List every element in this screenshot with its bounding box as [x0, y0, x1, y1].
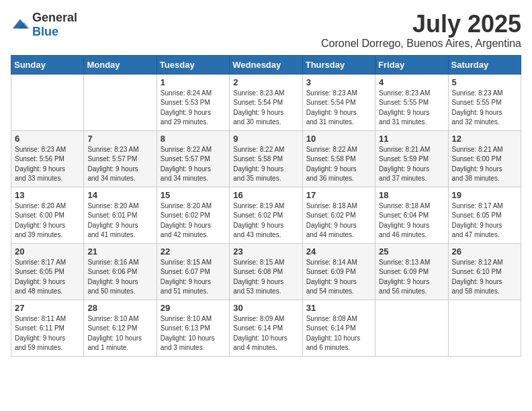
logo: General Blue	[11, 11, 77, 39]
day-info: Sunrise: 8:17 AM Sunset: 6:05 PM Dayligh…	[15, 258, 80, 297]
day-number: 31	[306, 303, 371, 313]
day-number: 2	[233, 77, 298, 87]
col-header-sunday: Sunday	[11, 55, 84, 74]
day-info: Sunrise: 8:10 AM Sunset: 6:12 PM Dayligh…	[87, 314, 152, 353]
col-header-saturday: Saturday	[448, 55, 521, 74]
day-info: Sunrise: 8:11 AM Sunset: 6:11 PM Dayligh…	[15, 314, 80, 353]
day-info: Sunrise: 8:23 AM Sunset: 5:56 PM Dayligh…	[15, 145, 80, 184]
calendar-cell: 7Sunrise: 8:23 AM Sunset: 5:57 PM Daylig…	[84, 130, 157, 187]
day-info: Sunrise: 8:22 AM Sunset: 5:57 PM Dayligh…	[161, 145, 226, 184]
day-number: 27	[15, 303, 80, 313]
day-info: Sunrise: 8:19 AM Sunset: 6:02 PM Dayligh…	[233, 201, 298, 240]
day-number: 8	[161, 134, 226, 144]
day-info: Sunrise: 8:21 AM Sunset: 5:59 PM Dayligh…	[379, 145, 444, 184]
calendar-cell: 27Sunrise: 8:11 AM Sunset: 6:11 PM Dayli…	[11, 300, 84, 356]
calendar-cell: 14Sunrise: 8:20 AM Sunset: 6:01 PM Dayli…	[84, 187, 157, 243]
day-number: 12	[452, 134, 517, 144]
calendar-cell: 13Sunrise: 8:20 AM Sunset: 6:00 PM Dayli…	[11, 187, 84, 243]
calendar-cell: 31Sunrise: 8:08 AM Sunset: 6:14 PM Dayli…	[302, 300, 375, 356]
page-header: General Blue July 2025 Coronel Dorrego, …	[11, 11, 521, 50]
day-info: Sunrise: 8:18 AM Sunset: 6:04 PM Dayligh…	[379, 201, 444, 240]
day-info: Sunrise: 8:23 AM Sunset: 5:54 PM Dayligh…	[306, 89, 371, 128]
calendar-cell: 17Sunrise: 8:18 AM Sunset: 6:02 PM Dayli…	[302, 187, 375, 243]
day-number: 9	[233, 134, 298, 144]
calendar-cell	[448, 300, 521, 356]
calendar-cell: 21Sunrise: 8:16 AM Sunset: 6:06 PM Dayli…	[84, 243, 157, 300]
day-info: Sunrise: 8:13 AM Sunset: 6:09 PM Dayligh…	[379, 258, 444, 297]
calendar-cell: 28Sunrise: 8:10 AM Sunset: 6:12 PM Dayli…	[84, 300, 157, 356]
logo-text: General Blue	[32, 11, 77, 39]
calendar-week-row-5: 27Sunrise: 8:11 AM Sunset: 6:11 PM Dayli…	[11, 300, 521, 356]
day-info: Sunrise: 8:18 AM Sunset: 6:02 PM Dayligh…	[306, 201, 371, 240]
calendar-cell: 11Sunrise: 8:21 AM Sunset: 5:59 PM Dayli…	[375, 130, 448, 187]
calendar-cell: 15Sunrise: 8:20 AM Sunset: 6:02 PM Dayli…	[157, 187, 229, 243]
calendar-cell: 16Sunrise: 8:19 AM Sunset: 6:02 PM Dayli…	[230, 187, 302, 243]
day-info: Sunrise: 8:14 AM Sunset: 6:09 PM Dayligh…	[306, 258, 371, 297]
calendar-header-row: SundayMondayTuesdayWednesdayThursdayFrid…	[11, 55, 521, 74]
day-info: Sunrise: 8:10 AM Sunset: 6:13 PM Dayligh…	[161, 314, 226, 353]
day-info: Sunrise: 8:15 AM Sunset: 6:08 PM Dayligh…	[233, 258, 298, 297]
day-number: 23	[233, 246, 298, 257]
logo-blue: Blue	[32, 25, 58, 38]
day-info: Sunrise: 8:20 AM Sunset: 6:00 PM Dayligh…	[15, 201, 80, 240]
day-number: 14	[87, 190, 152, 200]
day-info: Sunrise: 8:08 AM Sunset: 6:14 PM Dayligh…	[306, 314, 371, 353]
calendar-cell: 24Sunrise: 8:14 AM Sunset: 6:09 PM Dayli…	[302, 243, 375, 300]
calendar-cell: 20Sunrise: 8:17 AM Sunset: 6:05 PM Dayli…	[11, 243, 84, 300]
calendar-cell: 12Sunrise: 8:21 AM Sunset: 6:00 PM Dayli…	[448, 130, 521, 187]
day-info: Sunrise: 8:16 AM Sunset: 6:06 PM Dayligh…	[87, 258, 152, 297]
day-number: 15	[161, 190, 226, 200]
day-info: Sunrise: 8:09 AM Sunset: 6:14 PM Dayligh…	[233, 314, 298, 353]
day-info: Sunrise: 8:23 AM Sunset: 5:55 PM Dayligh…	[379, 89, 444, 128]
day-number: 29	[161, 303, 226, 313]
calendar-cell: 23Sunrise: 8:15 AM Sunset: 6:08 PM Dayli…	[230, 243, 302, 300]
day-number: 13	[15, 190, 80, 200]
day-number: 17	[306, 190, 371, 200]
day-number: 25	[379, 246, 444, 257]
calendar-cell: 26Sunrise: 8:12 AM Sunset: 6:10 PM Dayli…	[448, 243, 521, 300]
day-info: Sunrise: 8:24 AM Sunset: 5:53 PM Dayligh…	[161, 89, 226, 128]
day-info: Sunrise: 8:23 AM Sunset: 5:54 PM Dayligh…	[233, 89, 298, 128]
day-number: 16	[233, 190, 298, 200]
calendar-cell: 29Sunrise: 8:10 AM Sunset: 6:13 PM Dayli…	[157, 300, 229, 356]
day-info: Sunrise: 8:20 AM Sunset: 6:02 PM Dayligh…	[161, 201, 226, 240]
calendar-cell: 2Sunrise: 8:23 AM Sunset: 5:54 PM Daylig…	[230, 74, 302, 130]
day-info: Sunrise: 8:22 AM Sunset: 5:58 PM Dayligh…	[306, 145, 371, 184]
calendar-cell	[375, 300, 448, 356]
logo-general: General	[32, 11, 77, 24]
day-number: 18	[379, 190, 444, 200]
col-header-monday: Monday	[84, 55, 157, 74]
day-number: 11	[379, 134, 444, 144]
day-number: 26	[452, 246, 517, 257]
day-info: Sunrise: 8:12 AM Sunset: 6:10 PM Dayligh…	[452, 258, 517, 297]
day-number: 1	[161, 77, 226, 87]
month-title: July 2025	[321, 11, 521, 38]
day-info: Sunrise: 8:23 AM Sunset: 5:57 PM Dayligh…	[87, 145, 152, 184]
calendar-cell: 10Sunrise: 8:22 AM Sunset: 5:58 PM Dayli…	[302, 130, 375, 187]
day-info: Sunrise: 8:17 AM Sunset: 6:05 PM Dayligh…	[452, 201, 517, 240]
calendar-week-row-1: 1Sunrise: 8:24 AM Sunset: 5:53 PM Daylig…	[11, 74, 521, 130]
col-header-thursday: Thursday	[302, 55, 375, 74]
logo-icon	[11, 15, 30, 34]
calendar-cell: 22Sunrise: 8:15 AM Sunset: 6:07 PM Dayli…	[157, 243, 229, 300]
calendar-cell: 6Sunrise: 8:23 AM Sunset: 5:56 PM Daylig…	[11, 130, 84, 187]
calendar-cell: 25Sunrise: 8:13 AM Sunset: 6:09 PM Dayli…	[375, 243, 448, 300]
day-number: 30	[233, 303, 298, 313]
day-number: 21	[87, 246, 152, 257]
day-number: 6	[15, 134, 80, 144]
day-number: 20	[15, 246, 80, 257]
day-number: 24	[306, 246, 371, 257]
title-block: July 2025 Coronel Dorrego, Buenos Aires,…	[321, 11, 521, 50]
calendar-cell: 9Sunrise: 8:22 AM Sunset: 5:58 PM Daylig…	[230, 130, 302, 187]
calendar-cell: 4Sunrise: 8:23 AM Sunset: 5:55 PM Daylig…	[375, 74, 448, 130]
day-number: 7	[87, 134, 152, 144]
calendar-table: SundayMondayTuesdayWednesdayThursdayFrid…	[11, 55, 521, 357]
calendar-cell: 5Sunrise: 8:23 AM Sunset: 5:55 PM Daylig…	[448, 74, 521, 130]
calendar-cell: 3Sunrise: 8:23 AM Sunset: 5:54 PM Daylig…	[302, 74, 375, 130]
col-header-friday: Friday	[375, 55, 448, 74]
day-number: 19	[452, 190, 517, 200]
calendar-week-row-2: 6Sunrise: 8:23 AM Sunset: 5:56 PM Daylig…	[11, 130, 521, 187]
calendar-cell: 1Sunrise: 8:24 AM Sunset: 5:53 PM Daylig…	[157, 74, 229, 130]
location-title: Coronel Dorrego, Buenos Aires, Argentina	[321, 38, 521, 50]
day-number: 5	[452, 77, 517, 87]
